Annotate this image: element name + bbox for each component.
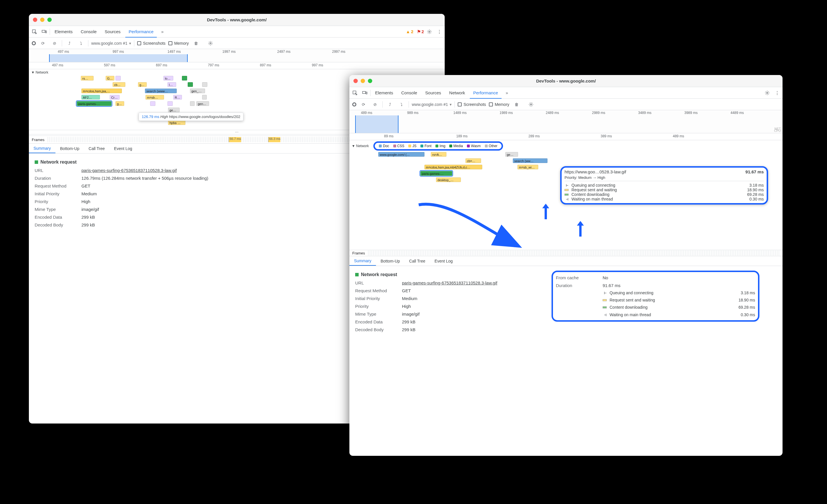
zoom-button[interactable] [368,79,372,83]
legend-item[interactable]: Doc [379,144,389,148]
net-segment[interactable]: g… [138,82,147,87]
check-memory[interactable]: Memory [489,102,509,107]
net-segment[interactable]: rs=A… [431,152,446,157]
net-segment[interactable]: desktop_… [436,177,461,182]
device-toggle-icon[interactable] [360,89,369,97]
legend-item[interactable]: Other [485,144,497,148]
net-segment[interactable]: gen… [196,101,209,106]
tab-console[interactable]: Console [78,26,100,37]
overview-timeline[interactable]: CPU NET 489 ms989 ms1489 ms1989 ms2489 m… [349,110,783,133]
net-segment[interactable] [115,76,121,80]
net-segment[interactable]: cb=… [466,158,481,163]
check-screenshots[interactable]: Screenshots [458,102,486,107]
tab-performance[interactable]: Performance [470,88,501,99]
tab-performance[interactable]: Performance [125,26,157,38]
tab-summary[interactable]: Summary [29,144,55,153]
net-segment[interactable]: m=cdos,hsm,jsa,mb4ZUb,d,c… [425,165,482,169]
net-segment[interactable]: ge… [505,152,518,157]
inspect-icon[interactable] [30,27,39,36]
upload-icon[interactable]: ⤴ [65,39,74,48]
net-segment[interactable] [167,101,173,106]
net-segment[interactable] [150,101,155,106]
net-segment[interactable]: R… [173,95,182,100]
flame-ruler[interactable]: 497 ms597 ms697 ms797 ms897 ms997 ms [29,62,445,69]
flame-ruler[interactable]: 89 ms189 ms289 ms389 ms489 ms [349,133,783,140]
device-toggle-icon[interactable] [40,27,49,36]
net-segment[interactable] [190,101,195,106]
net-segment[interactable]: m=sb_wi… [518,165,538,169]
overview-timeline[interactable]: 497 ms997 ms1497 ms1997 ms2497 ms2997 ms [29,49,445,62]
tab-elements[interactable]: Elements [51,26,76,37]
net-segment[interactable] [202,95,207,100]
net-segment[interactable]: paris-games-… [77,101,111,106]
legend-item[interactable]: Img [435,144,445,148]
net-segment[interactable]: AF2… [82,95,100,100]
net-segment[interactable] [188,82,193,87]
net-segment[interactable]: G… [106,76,114,80]
net-segment[interactable]: paris-games-… [421,171,452,176]
record-button[interactable] [32,41,36,45]
record-button[interactable] [352,102,356,106]
url-link[interactable]: paris-games-surfing-6753651837110528.3-l… [402,279,497,287]
net-segment[interactable]: l… [167,82,176,87]
close-button[interactable] [33,17,37,22]
tab-bottomup[interactable]: Bottom-Up [55,144,84,153]
kebab-icon[interactable]: ⋮ [773,89,781,97]
upload-icon[interactable]: ⤴ [386,100,394,109]
net-segment[interactable]: hpba … [168,120,185,125]
url-link[interactable]: paris-games-surfing-6753651837110528.3-l… [82,166,177,174]
net-segment[interactable]: cb… [113,82,125,87]
more-tabs-icon[interactable]: » [158,27,166,36]
reload-icon[interactable]: ⟳ [39,39,47,48]
network-toggle[interactable]: ▼ Network [352,144,369,148]
legend-item[interactable]: Media [449,144,463,148]
perf-settings-icon[interactable] [527,100,535,109]
tab-sources[interactable]: Sources [101,26,124,37]
zoom-button[interactable] [47,17,52,22]
net-segment[interactable]: g… [115,101,124,106]
warnings-badge[interactable]: ▲ 2 [406,29,413,34]
more-tabs-icon[interactable]: » [503,89,512,97]
close-button[interactable] [353,79,358,83]
net-segment[interactable]: search (www… [145,89,177,93]
tab-elements[interactable]: Elements [372,87,397,98]
kebab-icon[interactable]: ⋮ [435,27,443,36]
check-screenshots[interactable]: Screenshots [137,41,165,46]
tab-eventlog[interactable]: Event Log [109,144,137,153]
legend-item[interactable]: Wasm [467,144,481,148]
net-segment[interactable]: lo… [163,76,173,80]
net-segment[interactable]: rs… [81,76,94,80]
legend-item[interactable]: JS [408,144,417,148]
minimize-button[interactable] [361,79,365,83]
net-segment[interactable]: gen_… [190,89,205,93]
net-segment[interactable] [202,82,207,87]
tab-bottomup[interactable]: Bottom-Up [376,256,404,266]
inspect-icon[interactable] [350,89,359,97]
tab-console[interactable]: Console [398,87,421,98]
url-select[interactable]: www.google.com #1 ▾ [412,102,452,107]
reload-icon[interactable]: ⟳ [359,100,368,109]
net-segment[interactable] [182,76,187,80]
legend-item[interactable]: CSS [393,144,404,148]
net-segment[interactable]: ge… [168,108,180,112]
perf-settings-icon[interactable] [206,39,215,48]
net-segment[interactable]: www.google.com/ (… [378,152,425,157]
download-icon[interactable]: ⤵ [397,100,406,109]
minimize-button[interactable] [40,17,44,22]
tab-calltree[interactable]: Call Tree [84,144,109,153]
gc-icon[interactable]: 🗑 [192,39,200,48]
net-segment[interactable]: m=cdos,hsm,jsa,… [82,89,122,93]
tab-network[interactable]: Network [446,87,469,98]
net-segment[interactable]: m=sb… [146,95,164,100]
url-select[interactable]: www.google.com #1 ▾ [91,41,131,46]
net-segment[interactable]: search (ww… [513,158,547,163]
tab-sources[interactable]: Sources [422,87,445,98]
clear-icon[interactable]: ⊘ [50,39,59,48]
gc-icon[interactable]: 🗑 [512,100,521,109]
settings-icon[interactable] [425,27,434,36]
legend-item[interactable]: Font [421,144,431,148]
clear-icon[interactable]: ⊘ [371,100,379,109]
network-toggle[interactable]: ▼ Network [29,70,445,75]
settings-icon[interactable] [763,89,772,97]
tab-summary[interactable]: Summary [349,256,376,266]
